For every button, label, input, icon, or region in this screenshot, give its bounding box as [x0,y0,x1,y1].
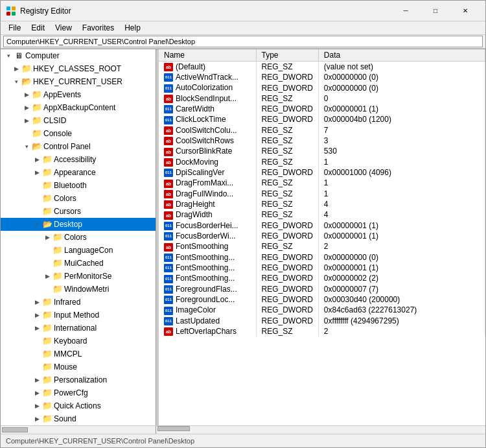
tree-toggle-clsid[interactable]: ▶ [21,117,32,124]
dword-icon: 011 [164,275,173,283]
tree-row-muicached[interactable]: 📁 MuiCached [1,257,156,270]
tree-toggle-international[interactable]: ▶ [32,325,42,331]
tree-row-console[interactable]: 📁 Console [1,127,156,140]
tree-row-mouse[interactable]: 📁 Mouse [1,360,156,373]
table-row[interactable]: 011ForegroundLoc...REG_DWORD0x00030d40 (… [159,294,485,305]
tree-toggle-computer[interactable]: ▾ [3,53,14,59]
tree-row-personalization[interactable]: ▶ 📁 Personalization [1,373,156,386]
tree-toggle-quickactions[interactable]: ▶ [32,403,42,409]
table-row[interactable]: 011FocusBorderHei...REG_DWORD0x00000001 … [159,220,485,231]
tree-row-appevents[interactable]: ▶ 📁 AppEvents [1,88,156,101]
tree-row-colors2[interactable]: ▶ 📁 Colors [1,231,156,244]
value-name-text: DragFullWindo... [176,189,233,198]
table-row[interactable]: abDragHeightREG_SZ4 [159,199,485,209]
tree-row-accessibility[interactable]: ▶ 📁 Accessibility [1,153,156,166]
table-row[interactable]: 011FontSmoothing...REG_DWORD0x00000002 (… [159,273,485,283]
tree-row-powercfg[interactable]: ▶ 📁 PowerCfg [1,386,156,399]
table-row[interactable]: 011ForegroundFlas...REG_DWORD0x00000007 … [159,284,485,294]
tree-toggle-infrared[interactable]: ▶ [32,299,42,305]
tree-row-cursors[interactable]: 📁 Cursors [1,205,156,218]
tree-row-quickactions[interactable]: ▶ 📁 Quick Actions [1,399,156,412]
column-header-type[interactable]: Type [256,49,318,62]
tree-hscroll-thumb[interactable] [2,427,28,432]
menu-favorites[interactable]: Favorites [77,22,119,34]
tree-row-appearance[interactable]: ▶ 📁 Appearance [1,166,156,179]
tree-row-permonitor[interactable]: ▶ 📁 PerMonitorSe [1,270,156,283]
table-row[interactable]: abLeftOverlapCharsREG_SZ2 [159,326,485,336]
table-row[interactable]: 011DpiScalingVerREG_DWORD0x00001000 (409… [159,167,485,178]
table-row[interactable]: abCursorBlinkRateREG_SZ530 [159,146,485,156]
value-data: 0x00000000 (0) [318,72,485,82]
table-row[interactable]: 011AutoColorizationREG_DWORD0x00000000 (… [159,82,485,93]
table-row[interactable]: abCoolSwitchRowsREG_SZ3 [159,136,485,146]
tree-row-sound[interactable]: ▶ 📁 Sound [1,412,156,425]
tree-row-mmcpl[interactable]: 📁 MMCPL [1,348,156,360]
tree-row-keyboard[interactable]: 📁 Keyboard [1,335,156,348]
table-row[interactable]: 011CaretWidthREG_DWORD0x00000001 (1) [159,104,485,114]
horizontal-scrollbar [1,425,485,434]
tree-toggle-inputmethod[interactable]: ▶ [32,312,42,318]
value-data: 0xffffffff (4294967295) [318,316,485,326]
tree-row-appxbackup[interactable]: ▶ 📁 AppXBackupContent [1,101,156,114]
tree-toggle-controlpanel[interactable]: ▾ [21,143,32,150]
tree-toggle-permonitor[interactable]: ▶ [42,273,52,279]
table-row[interactable]: 011LastUpdatedREG_DWORD0xffffffff (42949… [159,316,485,326]
tree-row-hkcr[interactable]: ▶ 📁 HKEY_CLASSES_ROOT [1,62,156,75]
address-input[interactable] [3,36,483,47]
column-header-name[interactable]: Name [159,49,256,62]
tree-label-computer: Computer [25,51,60,60]
tree-toggle-appevents[interactable]: ▶ [21,91,32,98]
tree-row-languagecon[interactable]: 📁 LanguageCon [1,244,156,257]
table-row[interactable]: 011ActiveWndTrack...REG_DWORD0x00000000 … [159,72,485,82]
table-row[interactable]: abFontSmoothingREG_SZ2 [159,241,485,252]
tree-toggle-personalization[interactable]: ▶ [32,377,42,383]
tree-row-controlpanel[interactable]: ▾ 📂 Control Panel [1,140,156,153]
tree-row-inputmethod[interactable]: ▶ 📁 Input Method [1,309,156,322]
tree-row-infrared[interactable]: ▶ 📁 Infrared [1,296,156,309]
dword-icon: 011 [164,296,173,304]
tree-toggle-appearance[interactable]: ▶ [32,169,42,176]
maximize-button[interactable]: □ [421,1,450,21]
values-panel: Name Type Data ab(Default)REG_SZ(value n… [159,49,485,425]
tree-row-colors[interactable]: 📁 Colors [1,192,156,205]
tree-row-clsid[interactable]: ▶ 📁 CLSID [1,114,156,127]
tree-row-computer[interactable]: ▾ 🖥 Computer [1,49,156,62]
minimize-button[interactable]: ─ [391,1,421,21]
table-row[interactable]: 011FocusBorderWi...REG_DWORD0x00000001 (… [159,231,485,241]
tree-toggle-hkcu[interactable]: ▾ [11,78,21,85]
tree-toggle-appxbackup[interactable]: ▶ [21,104,32,111]
table-row[interactable]: 011FontSmoothing...REG_DWORD0x00000000 (… [159,252,485,263]
menu-file[interactable]: File [3,22,26,34]
table-row[interactable]: 011ImageColorREG_DWORD0x84c6ad63 (222761… [159,305,485,315]
menu-help[interactable]: Help [119,22,146,34]
table-row[interactable]: abBlockSendInput...REG_SZ0 [159,93,485,104]
table-row[interactable]: abDockMovingREG_SZ1 [159,157,485,167]
close-button[interactable]: ✕ [450,1,480,21]
menu-view[interactable]: View [50,22,77,34]
tree-toggle-sound[interactable]: ▶ [32,416,42,422]
tree-row-hkcu[interactable]: ▾ 📂 HKEY_CURRENT_USER [1,75,156,88]
tree-row-desktop[interactable]: ▾ 📂 Desktop [1,218,156,231]
tree-toggle-hkcr[interactable]: ▶ [11,65,21,72]
tree-row-windowmetri[interactable]: 📁 WindowMetri [1,283,156,296]
tree-toggle-colors2[interactable]: ▶ [42,234,52,241]
tree-row-bluetooth[interactable]: 📁 Bluetooth [1,179,156,192]
value-data: 2 [318,326,485,336]
menu-edit[interactable]: Edit [26,22,50,34]
table-row[interactable]: abDragFromMaxi...REG_SZ1 [159,178,485,188]
tree-row-international[interactable]: ▶ 📁 International [1,322,156,335]
table-row[interactable]: abCoolSwitchColu...REG_SZ7 [159,125,485,136]
status-text: Computer\HKEY_CURRENT_USER\Control Panel… [6,437,194,445]
table-row[interactable]: abDragWidthREG_SZ4 [159,209,485,220]
folder-icon-desktop: 📂 [42,220,52,229]
table-row[interactable]: 011ClickLockTimeREG_DWORD0x000004b0 (120… [159,114,485,124]
column-header-data[interactable]: Data [318,49,485,62]
value-data: 1 [318,178,485,188]
tree-toggle-desktop[interactable]: ▾ [32,221,42,228]
table-row[interactable]: 011FontSmoothing...REG_DWORD0x00000001 (… [159,263,485,273]
table-row[interactable]: ab(Default)REG_SZ(value not set) [159,61,485,72]
tree-toggle-accessibility[interactable]: ▶ [32,156,42,163]
tree-toggle-powercfg[interactable]: ▶ [32,390,42,396]
table-row[interactable]: abDragFullWindo...REG_SZ1 [159,189,485,199]
values-hscroll-thumb[interactable] [157,426,190,431]
